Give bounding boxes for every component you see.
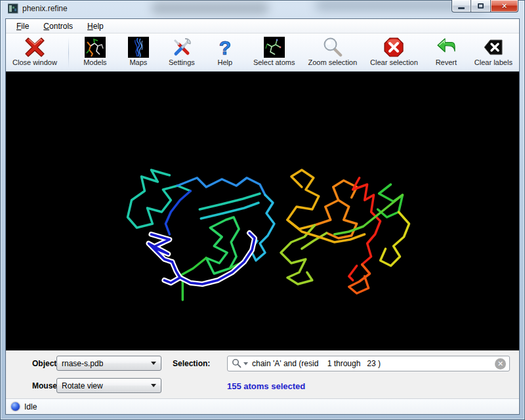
clear-labels-icon xyxy=(483,36,504,58)
menu-item-help[interactable]: Help xyxy=(81,20,110,32)
mouse-label: Mouse: xyxy=(32,381,60,390)
settings-icon xyxy=(171,36,192,58)
toolbar: Close window Models xyxy=(6,33,519,72)
toolbar-button-revert[interactable]: Revert xyxy=(429,35,464,71)
close-button[interactable]: ✕ xyxy=(491,0,518,12)
selection-input-value[interactable]: chain 'A' and (resid 1 through 23 ) xyxy=(252,359,381,368)
app-window: phenix.refine ✕ File Controls Help xyxy=(0,0,525,420)
toolbar-button-close-window[interactable]: Close window xyxy=(10,35,60,71)
search-dropdown-icon[interactable] xyxy=(243,362,248,366)
toolbar-label: Maps xyxy=(129,58,147,67)
controls-panel: Object: rnase-s.pdb Selection: xyxy=(6,350,519,398)
zoom-selection-icon xyxy=(322,36,343,58)
toolbar-button-maps[interactable]: Maps xyxy=(121,35,156,71)
svg-text:?: ? xyxy=(219,37,231,58)
clear-selection-icon xyxy=(383,36,404,58)
app-icon xyxy=(8,3,18,14)
object-select[interactable]: rnase-s.pdb xyxy=(56,356,161,371)
revert-icon xyxy=(436,36,457,58)
toolbar-label: Revert xyxy=(436,58,457,67)
toolbar-label: Clear labels xyxy=(474,58,513,67)
toolbar-button-clear-labels[interactable]: Clear labels xyxy=(472,35,515,71)
chevron-down-icon xyxy=(151,384,156,387)
atoms-selected-text: 155 atoms selected xyxy=(227,381,305,391)
toolbar-button-settings[interactable]: Settings xyxy=(164,35,200,71)
status-text: Idle xyxy=(24,402,37,411)
menu-item-file[interactable]: File xyxy=(10,20,35,32)
toolbar-label: Clear selection xyxy=(370,58,418,67)
clear-search-icon[interactable]: ✕ xyxy=(495,358,506,369)
toolbar-label: Zoom selection xyxy=(308,58,357,67)
menu-bar: File Controls Help xyxy=(6,19,519,33)
toolbar-label: Close window xyxy=(12,58,57,67)
maps-icon xyxy=(128,36,149,58)
help-icon: ? xyxy=(215,36,236,58)
selection-input[interactable]: chain 'A' and (resid 1 through 23 ) ✕ xyxy=(227,356,510,371)
toolbar-label: Settings xyxy=(169,58,195,67)
title-bar[interactable]: phenix.refine ✕ xyxy=(0,0,525,18)
toolbar-button-select-atoms[interactable]: Select atoms xyxy=(251,35,298,71)
maximize-button[interactable] xyxy=(471,0,491,12)
mouse-select[interactable]: Rotate view xyxy=(56,378,161,393)
toolbar-button-models[interactable]: Models xyxy=(77,35,113,71)
object-label: Object: xyxy=(32,359,59,368)
object-select-value: rnase-s.pdb xyxy=(62,359,103,368)
window-title: phenix.refine xyxy=(22,4,68,13)
toolbar-button-clear-selection[interactable]: Clear selection xyxy=(368,35,421,71)
titlebar-reflection xyxy=(151,1,269,14)
toolbar-button-zoom-selection[interactable]: Zoom selection xyxy=(305,35,360,71)
molecular-viewport[interactable] xyxy=(6,72,519,350)
menu-item-controls[interactable]: Controls xyxy=(37,20,79,32)
minimize-button[interactable] xyxy=(452,0,471,12)
chevron-down-icon xyxy=(151,362,156,365)
close-window-icon xyxy=(24,36,45,58)
search-icon[interactable] xyxy=(232,358,242,369)
toolbar-separator xyxy=(68,37,69,68)
molecule-trace xyxy=(6,72,519,350)
select-atoms-icon xyxy=(264,36,285,58)
status-idle-icon xyxy=(11,402,20,411)
toolbar-button-help[interactable]: ? Help xyxy=(207,35,243,71)
toolbar-label: Models xyxy=(83,58,106,67)
toolbar-label: Select atoms xyxy=(253,58,295,67)
models-icon xyxy=(85,36,106,58)
mouse-select-value: Rotate view xyxy=(62,381,103,390)
selection-label: Selection: xyxy=(173,359,210,368)
toolbar-label: Help xyxy=(218,58,233,67)
status-bar: Idle xyxy=(6,398,519,414)
